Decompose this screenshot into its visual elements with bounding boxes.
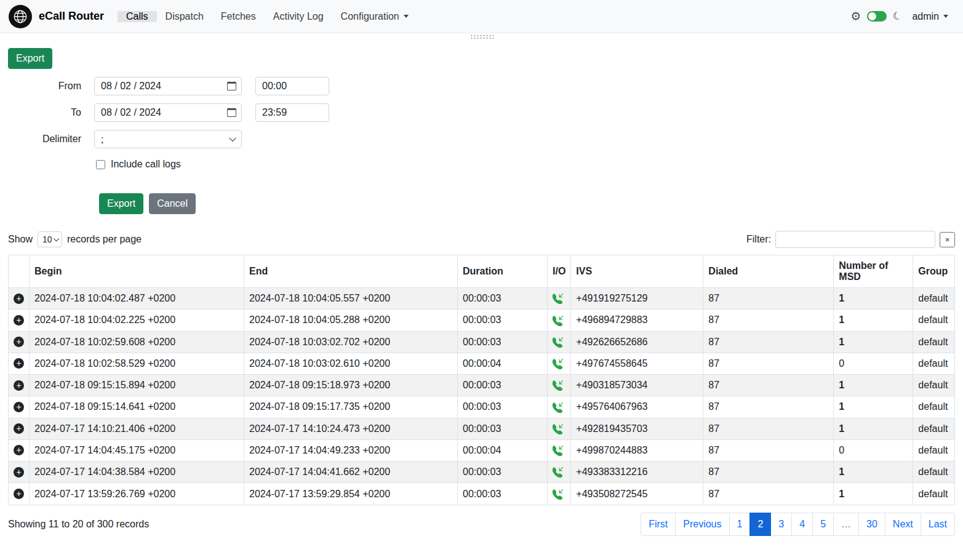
msd-value: 1 — [834, 462, 913, 483]
from-date-input[interactable] — [94, 77, 242, 95]
pagination-page-1[interactable]: 1 — [729, 513, 751, 536]
pagination-page-2[interactable]: 2 — [749, 513, 771, 536]
col-dialed[interactable]: Dialed — [703, 255, 834, 288]
col-end[interactable]: End — [244, 255, 458, 288]
expand-row-icon[interactable] — [14, 380, 24, 391]
end-cell: 2024-07-18 09:15:17.735 +0200 — [244, 396, 458, 418]
begin-cell: 2024-07-18 10:02:58.529 +0200 — [30, 353, 244, 374]
group-cell: default — [913, 418, 955, 439]
col-group[interactable]: Group — [913, 255, 955, 288]
pagination-last[interactable]: Last — [921, 513, 955, 536]
col-begin[interactable]: Begin — [30, 255, 244, 288]
page-size-select[interactable]: 10 — [38, 231, 62, 247]
table-controls: Show 10 records per page Filter: × — [8, 231, 955, 248]
to-time-input[interactable] — [255, 103, 329, 122]
to-date-input[interactable] — [94, 103, 242, 122]
nav-item-calls[interactable]: Calls — [118, 11, 157, 22]
delimiter-select[interactable]: ; — [94, 130, 242, 148]
expand-row-icon[interactable] — [14, 445, 24, 455]
gear-icon[interactable]: ⚙ — [850, 10, 861, 22]
begin-cell: 2024-07-17 14:04:45.175 +0200 — [30, 439, 244, 461]
expand-row-icon[interactable] — [14, 358, 24, 369]
msd-value: 1 — [834, 288, 913, 310]
dialed-cell: 87 — [703, 462, 834, 483]
end-cell: 2024-07-18 09:15:18.973 +0200 — [244, 375, 458, 396]
ivs-cell: +492626652686 — [571, 331, 703, 353]
expand-row-icon[interactable] — [14, 315, 24, 326]
chevron-down-icon — [943, 15, 948, 18]
pagination-previous[interactable]: Previous — [675, 513, 729, 536]
resize-handle[interactable] — [470, 34, 493, 39]
ivs-cell: +497674558645 — [571, 353, 703, 374]
dialed-cell: 87 — [703, 353, 834, 374]
cancel-button[interactable]: Cancel — [149, 193, 196, 214]
end-cell: 2024-07-18 10:04:05.288 +0200 — [244, 310, 458, 331]
group-cell: default — [913, 331, 955, 353]
phone-incoming-icon — [553, 424, 563, 434]
pagination-next[interactable]: Next — [885, 513, 921, 536]
clear-filter-button[interactable]: × — [940, 232, 955, 247]
expand-row-icon[interactable] — [14, 337, 24, 347]
records-per-page-label: records per page — [67, 234, 142, 245]
end-cell: 2024-07-18 10:04:05.557 +0200 — [244, 288, 458, 310]
begin-cell: 2024-07-17 13:59:26.769 +0200 — [30, 483, 244, 505]
io-cell — [548, 462, 571, 483]
pagination-page-30[interactable]: 30 — [858, 513, 885, 536]
pagination-page-5[interactable]: 5 — [812, 513, 834, 536]
export-submit-button[interactable]: Export — [99, 193, 143, 214]
phone-incoming-icon — [553, 380, 563, 391]
pagination-page-3[interactable]: 3 — [770, 513, 792, 536]
io-cell — [548, 331, 571, 353]
dialed-cell: 87 — [703, 418, 834, 439]
pagination-page-4[interactable]: 4 — [791, 513, 813, 536]
expand-row-icon[interactable] — [14, 294, 24, 304]
col-msd[interactable]: Number of MSD — [834, 255, 913, 288]
col-duration[interactable]: Duration — [458, 255, 548, 288]
duration-cell: 00:00:04 — [458, 353, 548, 374]
table-row: 2024-07-17 14:04:38.584 +0200 2024-07-17… — [9, 462, 955, 483]
ivs-cell: +490318573034 — [571, 375, 703, 396]
table-row: 2024-07-18 09:15:14.641 +0200 2024-07-18… — [9, 396, 955, 418]
export-open-button[interactable]: Export — [8, 48, 52, 69]
end-cell: 2024-07-18 10:03:02.610 +0200 — [244, 353, 458, 374]
begin-cell: 2024-07-18 09:15:14.641 +0200 — [30, 396, 244, 418]
include-call-logs-checkbox[interactable] — [96, 160, 105, 169]
user-menu[interactable]: admin — [912, 11, 948, 22]
nav-item-activity-log[interactable]: Activity Log — [265, 11, 332, 22]
duration-cell: 00:00:04 — [458, 439, 548, 461]
expand-row-icon[interactable] — [14, 467, 24, 478]
moon-icon[interactable]: ☾ — [892, 10, 904, 23]
col-ivs[interactable]: IVS — [571, 255, 703, 288]
duration-cell: 00:00:03 — [458, 288, 548, 310]
expand-row-icon[interactable] — [14, 423, 24, 434]
app-logo-globe-icon — [9, 5, 32, 28]
pagination-first[interactable]: First — [641, 513, 676, 536]
nav-item-dispatch[interactable]: Dispatch — [157, 11, 212, 22]
dialed-cell: 87 — [703, 288, 834, 310]
msd-value: 1 — [834, 331, 913, 353]
duration-cell: 00:00:03 — [458, 310, 548, 331]
nav-item-fetches[interactable]: Fetches — [212, 11, 265, 22]
io-cell — [548, 396, 571, 418]
phone-incoming-icon — [553, 446, 563, 456]
begin-cell: 2024-07-18 09:15:15.894 +0200 — [30, 375, 244, 396]
msd-value: 0 — [834, 353, 913, 374]
msd-value: 1 — [834, 483, 913, 505]
msd-value: 1 — [834, 310, 913, 331]
expand-row-icon[interactable] — [14, 489, 24, 499]
group-cell: default — [913, 375, 955, 396]
ivs-cell: +495764067963 — [571, 396, 703, 418]
include-call-logs-label: Include call logs — [111, 159, 181, 170]
col-io[interactable]: I/O — [548, 255, 571, 288]
begin-cell: 2024-07-17 14:10:21.406 +0200 — [30, 418, 244, 439]
phone-incoming-icon — [553, 489, 563, 500]
from-time-input[interactable] — [255, 77, 329, 95]
nav-item-configuration[interactable]: Configuration — [332, 11, 417, 22]
io-cell — [548, 310, 571, 331]
ivs-cell: +493383312216 — [571, 462, 703, 483]
io-cell — [548, 375, 571, 396]
filter-input[interactable] — [775, 231, 935, 248]
chevron-down-icon — [404, 15, 409, 18]
expand-row-icon[interactable] — [14, 402, 24, 412]
theme-toggle[interactable] — [867, 11, 887, 22]
